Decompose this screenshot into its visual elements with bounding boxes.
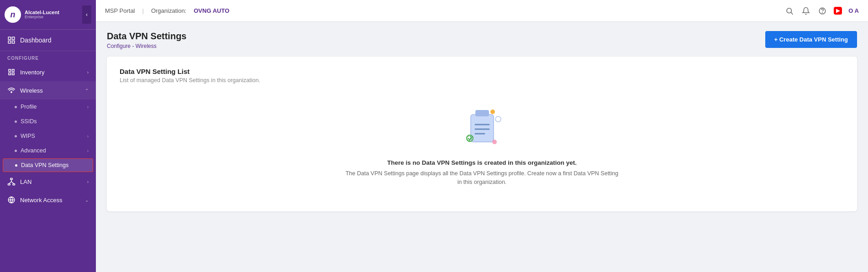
breadcrumb-wireless[interactable]: Wireless	[136, 43, 157, 49]
bullet-advanced	[15, 150, 17, 152]
org-label: Organization:	[151, 7, 186, 14]
inventory-label: Inventory	[20, 69, 44, 76]
search-icon[interactable]	[784, 6, 794, 16]
sidebar-item-wireless[interactable]: Wireless ⌃	[0, 81, 96, 99]
wireless-chevron: ⌃	[85, 88, 89, 93]
svg-rect-5	[12, 69, 15, 72]
sidebar-item-profile[interactable]: Profile ›	[0, 99, 96, 114]
svg-rect-2	[8, 41, 11, 43]
page-title: Data VPN Settings	[107, 31, 186, 42]
ssids-label: SSIDs	[21, 118, 37, 125]
lan-chevron: ›	[87, 179, 89, 184]
profile-label: Profile	[21, 104, 37, 110]
empty-state: There is no Data VPN Settings is created…	[120, 96, 844, 200]
advanced-label: Advanced	[21, 147, 46, 154]
svg-line-17	[791, 12, 793, 14]
breadcrumb: Configure - Wireless	[107, 43, 186, 49]
svg-rect-7	[12, 73, 15, 75]
dashboard-icon	[7, 36, 16, 44]
svg-point-8	[11, 92, 12, 93]
sidebar-item-inventory[interactable]: Inventory ›	[0, 63, 96, 81]
main-area: MSP Portal | Organization: OVNG AUTO ▶ O…	[96, 0, 868, 272]
network-access-label: Network Access	[20, 197, 62, 204]
wireless-icon	[7, 86, 16, 94]
topbar-icons: ▶ O A	[784, 6, 859, 16]
msp-portal-link[interactable]: MSP Portal	[105, 7, 135, 14]
sidebar-collapse-button[interactable]: ‹	[82, 5, 91, 24]
card-subtitle: List of managed Data VPN Settings in thi…	[120, 77, 844, 84]
svg-point-25	[490, 110, 495, 114]
bullet-profile	[15, 106, 17, 108]
empty-illustration-svg	[462, 105, 503, 151]
profile-chevron: ›	[87, 105, 89, 110]
topbar-separator: |	[142, 7, 144, 14]
breadcrumb-configure[interactable]: Configure	[107, 43, 131, 49]
svg-rect-9	[11, 178, 13, 180]
svg-rect-20	[471, 115, 494, 142]
network-access-icon	[7, 196, 16, 204]
svg-rect-21	[475, 110, 489, 116]
svg-point-26	[495, 116, 501, 122]
sidebar-item-advanced[interactable]: Advanced ›	[0, 143, 96, 158]
data-vpn-setting-list-card: Data VPN Setting List List of managed Da…	[107, 57, 857, 211]
logo-icon: n	[5, 6, 21, 23]
sidebar-logo: n Alcatel-Lucent Enterprise ‹	[0, 0, 96, 30]
youtube-icon[interactable]: ▶	[834, 7, 842, 15]
bell-icon[interactable]	[801, 6, 811, 16]
sidebar-item-dashboard[interactable]: Dashboard	[0, 30, 96, 51]
card-title: Data VPN Setting List	[120, 68, 844, 75]
wireless-label: Wireless	[20, 87, 43, 94]
sidebar-item-lan[interactable]: LAN ›	[0, 173, 96, 191]
empty-illustration	[462, 105, 503, 151]
sidebar-item-ssids[interactable]: SSIDs	[0, 114, 96, 129]
create-data-vpn-setting-button[interactable]: + Create Data VPN Setting	[765, 31, 857, 48]
data-vpn-settings-label: Data VPN Settings	[21, 162, 68, 168]
svg-rect-6	[9, 73, 11, 75]
wips-label: WIPS	[21, 133, 35, 139]
sidebar: n Alcatel-Lucent Enterprise ‹ Dashboard …	[0, 0, 96, 272]
dashboard-label: Dashboard	[20, 37, 52, 44]
user-initials[interactable]: O A	[848, 7, 859, 14]
inventory-chevron: ›	[87, 70, 89, 75]
svg-point-19	[822, 12, 823, 13]
svg-rect-3	[12, 41, 15, 43]
empty-state-title: There is no Data VPN Settings is created…	[387, 159, 577, 166]
configure-section-label: CONFIGURE	[0, 51, 96, 63]
content-area: Data VPN Settings Configure - Wireless +…	[96, 22, 868, 272]
svg-rect-10	[8, 184, 11, 185]
sidebar-item-wips[interactable]: WIPS ›	[0, 129, 96, 143]
lan-icon	[7, 178, 16, 186]
brand-sub: Enterprise	[25, 15, 59, 20]
page-title-block: Data VPN Settings Configure - Wireless	[107, 31, 186, 49]
svg-line-13	[9, 182, 11, 184]
topbar: MSP Portal | Organization: OVNG AUTO ▶ O…	[96, 0, 868, 22]
svg-rect-1	[12, 37, 15, 39]
sidebar-item-network-access[interactable]: Network Access ⌄	[0, 191, 96, 209]
svg-point-16	[787, 8, 792, 13]
bullet-wips	[15, 135, 17, 137]
svg-point-28	[492, 140, 497, 144]
sidebar-item-data-vpn-settings[interactable]: Data VPN Settings	[3, 158, 93, 172]
bullet-dvpn	[15, 164, 17, 167]
empty-state-description: The Data VPN Settings page displays all …	[345, 169, 619, 187]
org-value[interactable]: OVNG AUTO	[194, 7, 229, 14]
advanced-chevron: ›	[87, 148, 89, 153]
svg-rect-4	[9, 69, 11, 72]
page-header: Data VPN Settings Configure - Wireless +…	[107, 31, 857, 49]
wips-chevron: ›	[87, 134, 89, 139]
inventory-icon	[7, 68, 16, 76]
svg-rect-11	[13, 184, 15, 185]
breadcrumb-sep: -	[132, 43, 135, 49]
svg-rect-0	[8, 37, 11, 39]
network-access-chevron: ⌄	[85, 198, 89, 203]
svg-line-14	[11, 182, 14, 184]
help-icon[interactable]	[817, 6, 827, 16]
bullet-ssids	[15, 120, 17, 123]
lan-label: LAN	[20, 178, 32, 185]
